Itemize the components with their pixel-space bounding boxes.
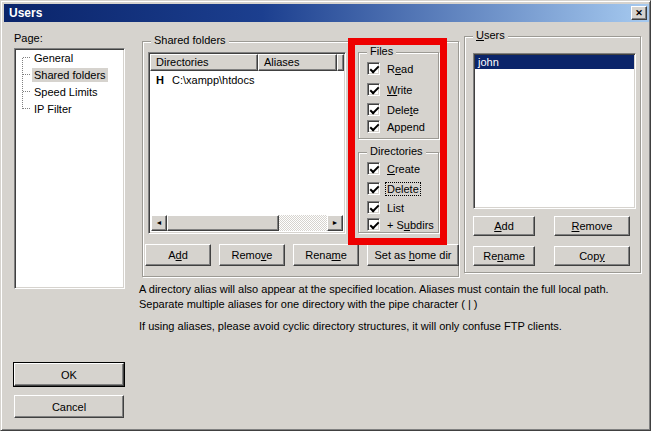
directories-group-label: Directories [367,145,426,157]
column-header-directories[interactable]: Directories [150,54,258,71]
column-header-aliases[interactable]: Aliases [258,54,337,71]
listview-header: Directories Aliases [150,54,344,71]
remove-folder-button[interactable]: Remove [219,244,285,266]
home-marker: H [156,74,164,86]
tree-item-shared-folders[interactable]: Shared folders [15,66,124,83]
shared-folders-group-label: Shared folders [151,34,229,46]
directory-row[interactable]: HC:\xampp\htdocs [150,71,344,86]
horizontal-scrollbar[interactable]: ◄ ► [151,215,343,231]
scroll-left-icon[interactable]: ◄ [151,215,167,231]
alias-note-2: If using aliases, please avoid cyclic di… [139,319,628,334]
ok-button[interactable]: OK [14,363,124,386]
close-icon[interactable]: ✕ [631,6,647,20]
checkbox-checked-icon [367,83,380,96]
window-title: Users [4,6,42,20]
user-list-item[interactable]: john [475,55,634,69]
copy-user-button[interactable]: Copy [554,246,630,266]
directories-listview: Directories Aliases HC:\xampp\htdocs ◄ ► [148,52,346,234]
checkbox-checked-icon [367,120,380,133]
checkbox-checked-icon [367,62,380,75]
users-group-label: Users [473,29,508,41]
remove-user-button[interactable]: Remove [554,216,630,236]
scrollbar-thumb[interactable] [167,215,279,231]
checkbox-checked-icon [367,103,380,116]
checkbox-dirs-subdirs[interactable]: + Subdirs [367,218,435,231]
files-group: Files Read Write Delete Append [358,52,439,139]
users-dialog: Users ✕ Page: General Shared folders Spe… [0,0,651,431]
checkbox-files-delete[interactable]: Delete [367,103,420,116]
files-group-label: Files [367,45,396,57]
checkbox-files-read[interactable]: Read [367,62,414,75]
checkbox-checked-icon [367,218,380,231]
tree-item-ip-filter[interactable]: IP Filter [15,100,124,117]
page-tree: General Shared folders Speed Limits IP F… [14,48,125,289]
checkbox-dirs-delete[interactable]: Delete [367,182,420,195]
checkbox-checked-icon [367,162,380,175]
column-header-filler [337,54,344,71]
checkbox-checked-icon [367,201,380,214]
add-user-button[interactable]: Add [473,216,535,236]
users-listbox[interactable]: john [473,53,636,209]
title-bar[interactable]: Users ✕ [4,4,649,22]
rename-folder-button[interactable]: Rename [293,244,359,266]
directories-group: Directories Create Delete List + Subdirs [358,152,439,233]
checkbox-checked-icon [367,182,380,195]
scroll-right-icon[interactable]: ► [327,215,343,231]
tree-item-speed-limits[interactable]: Speed Limits [15,83,124,100]
checkbox-files-append[interactable]: Append [367,120,426,133]
add-folder-button[interactable]: Add [145,244,211,266]
directory-path: C:\xampp\htdocs [172,74,255,86]
checkbox-dirs-create[interactable]: Create [367,162,421,175]
alias-notes: A directory alias will also appear at th… [139,282,628,334]
cancel-button[interactable]: Cancel [14,395,124,418]
set-as-home-dir-button[interactable]: Set as home dir [367,244,459,266]
alias-note-1: A directory alias will also appear at th… [139,282,628,312]
checkbox-files-write[interactable]: Write [367,83,413,96]
page-label: Page: [14,32,43,44]
tree-item-general[interactable]: General [15,49,124,66]
checkbox-dirs-list[interactable]: List [367,201,405,214]
rename-user-button[interactable]: Rename [473,246,535,266]
